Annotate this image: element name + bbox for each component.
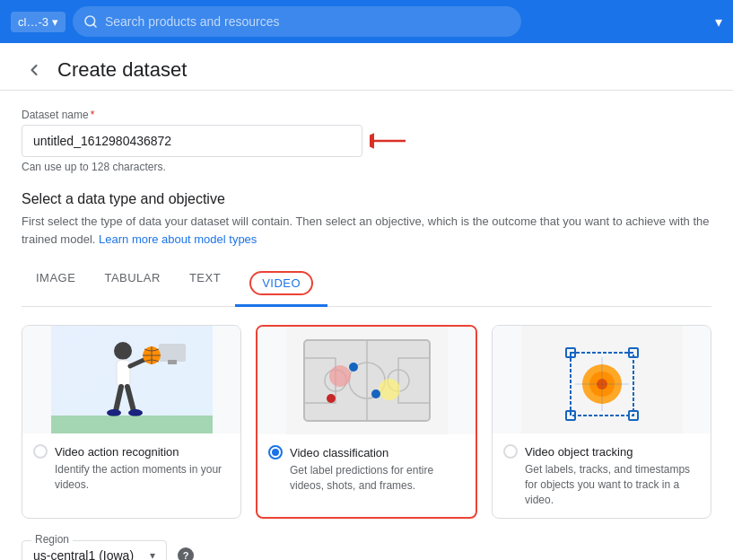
card-classification-body: Video classification Get label predictio… [257, 434, 476, 504]
nav-right: ▾ [715, 13, 722, 31]
radio-classification[interactable] [268, 445, 283, 459]
back-button[interactable] [22, 57, 47, 83]
learn-more-model-types-link[interactable]: Learn more about model types [99, 232, 257, 246]
expand-icon[interactable]: ▾ [715, 13, 722, 31]
svg-rect-6 [168, 360, 177, 364]
svg-point-15 [107, 409, 121, 416]
tab-tabular[interactable]: TABULAR [90, 262, 175, 307]
search-bar[interactable] [73, 6, 521, 37]
svg-point-7 [114, 342, 132, 360]
card-classification-desc: Get label predictions for entire videos,… [290, 463, 465, 494]
project-chip[interactable]: cl…-3 ▾ [11, 12, 65, 32]
data-type-section-title: Select a data type and objective [22, 191, 711, 207]
card-classification[interactable]: Video classification Get label predictio… [256, 325, 477, 519]
radio-action-recognition[interactable] [33, 444, 48, 459]
dataset-name-input[interactable] [22, 125, 362, 157]
page-title: Create dataset [57, 58, 187, 82]
dataset-name-label: Dataset name * [22, 109, 711, 121]
region-legend: Region [31, 533, 73, 546]
object-tracking-illustration [521, 326, 683, 433]
card-action-recognition-image [22, 326, 240, 433]
dataset-name-input-wrapper [22, 125, 711, 157]
region-select-group[interactable]: Region us-central1 (Iowa) ▾ [22, 540, 167, 560]
dataset-name-field-group: Dataset name * Can use up to 128 charact… [22, 109, 711, 173]
card-action-recognition-body: Video action recognition Identify the ac… [22, 433, 240, 503]
card-object-tracking-desc: Get labels, tracks, and timestamps for o… [525, 462, 700, 507]
svg-point-27 [329, 365, 351, 387]
region-chevron-icon: ▾ [150, 549, 155, 560]
svg-point-16 [128, 409, 143, 416]
nav-left: cl…-3 ▾ [11, 6, 704, 37]
content-area: Dataset name * Can use up to 128 charact… [0, 91, 733, 560]
card-object-tracking-body: Video object tracking Get labels, tracks… [493, 433, 711, 518]
region-help-icon[interactable]: ? [178, 547, 194, 560]
data-type-section-desc: First select the type of data your datas… [22, 213, 711, 248]
svg-rect-5 [159, 344, 186, 362]
search-input[interactable] [105, 14, 510, 29]
dataset-name-hint: Can use up to 128 characters. [22, 161, 711, 173]
objective-cards: Video action recognition Identify the ac… [22, 325, 711, 519]
back-arrow-icon [25, 61, 43, 79]
tab-video[interactable]: VIDEO [235, 262, 327, 307]
classification-illustration [286, 327, 448, 434]
card-action-recognition[interactable]: Video action recognition Identify the ac… [22, 325, 241, 519]
svg-rect-8 [117, 360, 130, 387]
tab-text[interactable]: TEXT [175, 262, 235, 307]
data-type-tabs: IMAGE TABULAR TEXT VIDEO [22, 262, 711, 307]
page-header: Create dataset [0, 43, 733, 91]
svg-point-29 [349, 363, 358, 372]
region-select-value: us-central1 (Iowa) [33, 548, 143, 560]
svg-point-31 [327, 394, 336, 403]
tab-image[interactable]: IMAGE [22, 262, 90, 307]
region-row: Region us-central1 (Iowa) ▾ ? [22, 540, 711, 560]
card-object-tracking-label: Video object tracking [525, 445, 633, 459]
card-action-recognition-desc: Identify the action moments in your vide… [55, 462, 230, 493]
required-marker: * [91, 109, 95, 121]
card-object-tracking[interactable]: Video object tracking Get labels, tracks… [492, 325, 711, 519]
card-object-tracking-image [493, 326, 711, 433]
card-classification-image [257, 327, 476, 434]
project-chip-dropdown-icon: ▾ [52, 15, 58, 29]
radio-object-tracking[interactable] [503, 444, 518, 459]
top-nav: cl…-3 ▾ ▾ [0, 0, 733, 43]
svg-point-28 [379, 379, 400, 400]
svg-point-30 [371, 389, 380, 398]
search-icon [83, 14, 98, 29]
card-action-recognition-label: Video action recognition [55, 445, 179, 459]
action-recognition-illustration [51, 326, 213, 433]
card-classification-label: Video classification [290, 446, 388, 459]
svg-rect-17 [51, 416, 213, 433]
red-arrow-icon [370, 130, 414, 152]
svg-line-1 [93, 24, 96, 27]
project-chip-text: cl…-3 [18, 15, 48, 29]
